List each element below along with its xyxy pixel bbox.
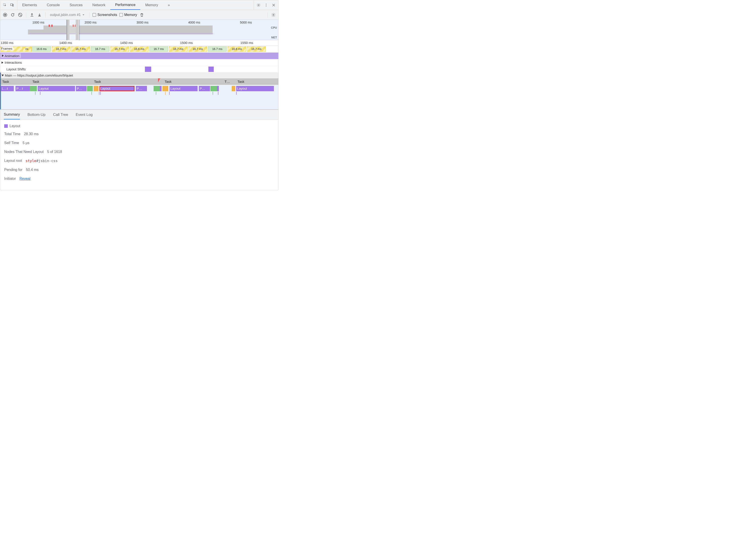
flame-block[interactable]: L…t <box>1 86 14 91</box>
frames-row[interactable]: Frames ns16.6 ms16.7 ms16.7 ms16.7 ms16.… <box>0 46 278 52</box>
frame-cell[interactable]: ns <box>23 46 31 52</box>
flame-block[interactable] <box>160 86 161 91</box>
overview-cpu-label: CPU <box>271 26 277 29</box>
kebab-icon[interactable] <box>264 3 268 7</box>
detail-tabs: Summary Bottom-Up Call Tree Event Log <box>0 110 278 120</box>
tab-sources[interactable]: Sources <box>65 0 87 10</box>
layout-shift-marker[interactable] <box>209 67 214 72</box>
svg-point-10 <box>273 14 274 15</box>
upload-icon[interactable] <box>29 12 35 17</box>
flame-block[interactable] <box>94 86 99 91</box>
tab-elements[interactable]: Elements <box>17 0 42 10</box>
separator <box>26 12 26 17</box>
memory-checkbox[interactable]: Memory <box>119 13 137 17</box>
flame-block[interactable] <box>211 86 214 91</box>
frame-cell[interactable]: 16.6 ms <box>130 46 148 52</box>
detail-initiator: Initiator Reveal <box>4 177 274 181</box>
separator <box>267 12 268 17</box>
detail-tab-call-tree[interactable]: Call Tree <box>53 113 68 117</box>
flame-tick <box>156 92 156 95</box>
frame-cell[interactable]: 16.6 ms <box>227 46 246 52</box>
overview-tick: 3000 ms <box>137 21 148 24</box>
flame-block[interactable]: P…t <box>15 86 30 91</box>
record-button[interactable] <box>2 12 8 17</box>
tab-network[interactable]: Network <box>87 0 110 10</box>
flame-tick <box>218 92 218 95</box>
main-thread-header[interactable]: Main — https://output.jsbin.com/elisum/9… <box>0 73 278 78</box>
frames-label: Frames <box>1 47 13 50</box>
detail-body: Layout Total Time 28.30 ms Self Time 5 µ… <box>0 120 278 190</box>
animation-row[interactable]: Animation <box>0 52 278 59</box>
flame-block[interactable] <box>30 86 34 91</box>
detail-tab-summary[interactable]: Summary <box>4 110 20 119</box>
detail-tab-bottom-up[interactable]: Bottom-Up <box>28 113 45 117</box>
flame-block[interactable] <box>214 86 217 91</box>
flame-block[interactable] <box>90 86 93 91</box>
frame-cell[interactable]: 16.7 ms <box>71 46 90 52</box>
tab-console[interactable]: Console <box>42 0 65 10</box>
tab-memory[interactable]: Memory <box>140 0 163 10</box>
frame-cell[interactable]: 16.7 ms <box>110 46 129 52</box>
task-block[interactable]: T… <box>223 79 230 84</box>
flame-block[interactable]: P… <box>76 86 86 91</box>
flame-block[interactable] <box>87 86 90 91</box>
recording-selector[interactable]: output.jsbin.com #1 <box>49 12 86 17</box>
flame-block[interactable] <box>154 86 160 91</box>
device-toolbar-icon[interactable] <box>10 3 14 7</box>
flame-block[interactable]: Layout <box>170 86 197 91</box>
capture-settings-icon[interactable] <box>271 12 276 17</box>
flame-block[interactable] <box>232 86 233 91</box>
animation-label: Animation <box>5 54 20 58</box>
frame-cell[interactable]: 16.7 ms <box>169 46 188 52</box>
animation-header[interactable]: Animation <box>1 53 21 58</box>
ruler-tick: 1550 ms <box>240 41 253 45</box>
frame-cell[interactable]: 16.6 ms <box>32 46 51 52</box>
frame-cell[interactable]: 16.7 ms <box>188 46 207 52</box>
tab-overflow[interactable]: » <box>163 0 175 10</box>
detail-tab-event-log[interactable]: Event Log <box>76 113 93 117</box>
detail-panel: Summary Bottom-Up Call Tree Event Log La… <box>0 109 278 190</box>
layout-root-selector: #jsbin-css <box>36 159 58 163</box>
interactions-row[interactable]: Interactions <box>0 59 278 66</box>
frame-cell[interactable]: 16.7 ms <box>149 46 168 52</box>
ruler-tick: 1350 ms <box>1 41 13 45</box>
flame-block[interactable] <box>162 86 168 91</box>
main-tabs: Elements Console Sources Network Perform… <box>17 0 254 10</box>
task-block[interactable]: Task <box>31 79 91 84</box>
time-ruler[interactable]: 1350 ms 1400 ms 1450 ms 1500 ms 1550 ms <box>0 40 278 46</box>
frame-cell[interactable]: 16.7 ms <box>52 46 70 52</box>
clear-button[interactable] <box>17 12 23 17</box>
task-block[interactable]: Task <box>163 79 219 84</box>
reload-record-button[interactable] <box>10 12 15 17</box>
svg-point-5 <box>266 5 267 5</box>
flame-block[interactable]: Layout <box>100 86 135 91</box>
trash-icon[interactable] <box>139 12 145 17</box>
inspect-icon[interactable] <box>3 3 7 7</box>
overview-minimap[interactable]: 1000 ms 2000 ms 3000 ms 4000 ms 5000 ms … <box>0 20 278 40</box>
gear-icon[interactable] <box>257 3 261 7</box>
download-icon[interactable] <box>37 12 42 17</box>
flame-block[interactable]: P… <box>136 86 147 91</box>
flame-block[interactable] <box>217 86 219 91</box>
frame-cell[interactable]: 16.7 ms <box>247 46 266 52</box>
reveal-link[interactable]: Reveal <box>19 177 30 181</box>
task-block[interactable]: Task <box>93 79 158 84</box>
flame-block[interactable] <box>233 86 235 91</box>
frame-cell[interactable]: 16.7 ms <box>208 46 227 52</box>
flame-block[interactable]: Layout <box>38 86 75 91</box>
flame-block[interactable] <box>34 86 37 91</box>
tasks-row[interactable]: TaskTaskTaskTaskT…Task <box>0 78 278 85</box>
layout-shifts-row[interactable]: Layout Shifts <box>0 66 278 73</box>
flame-block[interactable]: Layout <box>236 86 274 91</box>
flame-block[interactable]: P… <box>199 86 210 91</box>
close-icon[interactable] <box>272 3 276 7</box>
screenshots-checkbox[interactable]: Screenshots <box>92 13 117 17</box>
task-block[interactable]: Task <box>1 79 14 84</box>
task-block[interactable]: Task <box>236 79 274 84</box>
layout-shift-marker[interactable] <box>145 67 151 72</box>
tab-performance[interactable]: Performance <box>110 0 141 10</box>
flame-chart[interactable]: L…tP…tLayoutP…LayoutP…LayoutP…Layout <box>0 85 278 109</box>
checkbox-box <box>119 13 123 16</box>
frame-cell[interactable]: 16.7 ms <box>91 46 109 52</box>
overview-viewport[interactable] <box>67 20 80 40</box>
